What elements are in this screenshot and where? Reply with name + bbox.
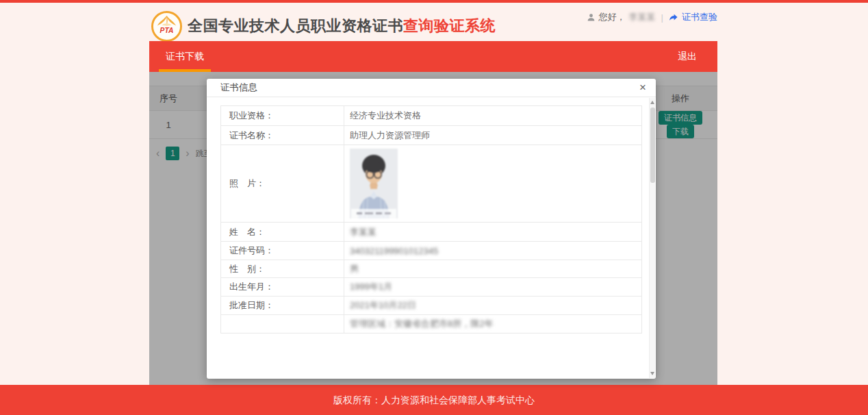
- pta-logo-icon: PTA: [151, 11, 182, 42]
- info-value-photo: [344, 145, 642, 223]
- info-label: [221, 315, 344, 334]
- info-value: 经济专业技术资格: [344, 106, 642, 126]
- user-bar-separator: |: [661, 12, 663, 23]
- tab-cert-download-label: 证书下载: [166, 51, 204, 62]
- modal-header: 证书信息 ×: [207, 79, 656, 97]
- nav-bar: 证书下载 退出: [149, 41, 717, 72]
- info-label: 出生年月：: [221, 278, 344, 297]
- username: 李某某: [629, 11, 656, 23]
- info-label: 性 别：: [221, 260, 344, 278]
- info-label: 批准日期：: [221, 297, 344, 315]
- page-title: 全国专业技术人员职业资格证书查询验证系统: [188, 16, 496, 36]
- info-row: 姓 名： 李某某: [221, 223, 642, 242]
- page-title-accent: 查询验证系统: [403, 17, 496, 34]
- info-row: 批准日期： 2021年10月22日: [221, 297, 642, 315]
- copyright-text: 版权所有：人力资源和社会保障部人事考试中心: [333, 394, 535, 405]
- info-value-blurred: 2021年10月22日: [344, 297, 642, 315]
- footer-bar: 版权所有：人力资源和社会保障部人事考试中心: [0, 385, 868, 415]
- logout-button[interactable]: 退出: [678, 41, 697, 72]
- info-label: 证书名称：: [221, 126, 344, 145]
- info-row: 出生年月： 1999年1月: [221, 278, 642, 297]
- tab-cert-download[interactable]: 证书下载: [159, 41, 211, 72]
- greeting-text: 您好，: [599, 11, 626, 23]
- top-accent-bar: [0, 0, 868, 3]
- scroll-up-button[interactable]: [650, 101, 654, 104]
- svg-text:PTA: PTA: [160, 27, 174, 34]
- modal-title: 证书信息: [220, 79, 257, 97]
- info-value-blurred: 340321199901012345: [344, 242, 642, 260]
- info-value-blurred: 李某某: [344, 223, 642, 242]
- info-row: 证书名称： 助理人力资源管理师: [221, 126, 642, 145]
- modal-close-button[interactable]: ×: [639, 81, 646, 95]
- info-label: 职业资格：: [221, 106, 344, 126]
- cert-check-link[interactable]: 证书查验: [682, 11, 717, 23]
- cert-info-table: 职业资格： 经济专业技术资格 证书名称： 助理人力资源管理师 照 片：: [220, 105, 642, 334]
- portrait-photo: [350, 149, 398, 218]
- page: PTA 全国专业技术人员职业资格证书查询验证系统 您好， 李某某 | 证书查验 …: [0, 0, 868, 415]
- user-icon: [587, 13, 596, 22]
- info-label: 证件号码：: [221, 242, 344, 260]
- share-arrow-icon: [669, 12, 678, 22]
- info-label: 照 片：: [221, 145, 344, 223]
- brand-header: PTA 全国专业技术人员职业资格证书查询验证系统: [151, 10, 496, 42]
- info-value-blurred: 男: [344, 260, 642, 278]
- cert-info-dialog: 证书信息 × 职业资格： 经济专业技术资格 证书名称： 助理人力资源管理师 照 …: [207, 79, 656, 379]
- info-row: 性 别： 男: [221, 260, 642, 278]
- info-row: 职业资格： 经济专业技术资格: [221, 106, 642, 126]
- scroll-down-button[interactable]: [650, 372, 654, 375]
- info-value-blurred: 管理区域：安徽省合肥市8所，限2年: [344, 315, 642, 334]
- info-row: 证件号码： 340321199901012345: [221, 242, 642, 260]
- info-row: 管理区域：安徽省合肥市8所，限2年: [221, 315, 642, 334]
- info-value-blurred: 1999年1月: [344, 278, 642, 297]
- info-label: 姓 名：: [221, 223, 344, 242]
- info-value: 助理人力资源管理师: [344, 126, 642, 145]
- scrollbar-thumb[interactable]: [650, 108, 655, 183]
- modal-scrollbar-track[interactable]: [649, 98, 655, 378]
- page-title-main: 全国专业技术人员职业资格证书: [188, 17, 403, 34]
- info-row-photo: 照 片：: [221, 145, 642, 223]
- user-bar: 您好， 李某某 | 证书查验: [587, 11, 717, 23]
